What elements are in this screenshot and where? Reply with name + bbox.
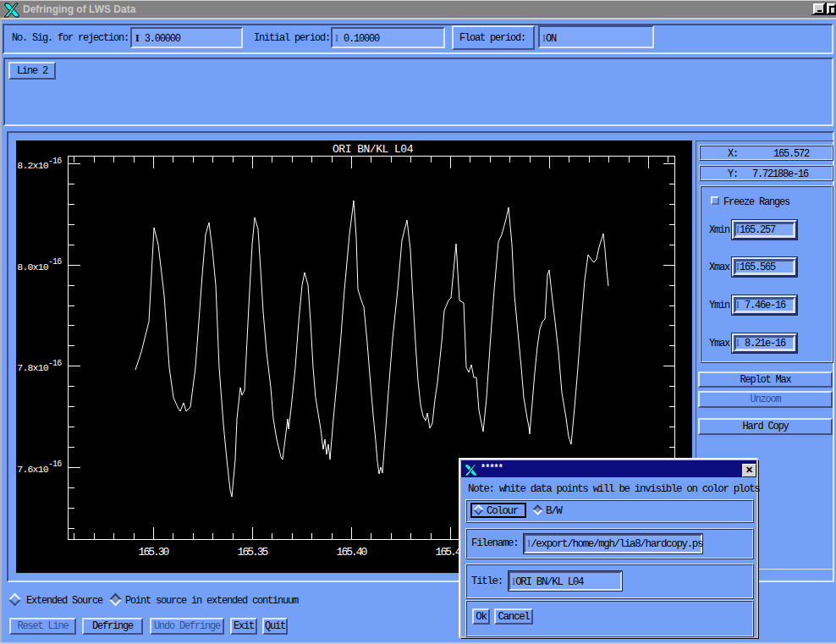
svg-text:7.6x10-16: 7.6x10-16 bbox=[17, 460, 62, 475]
svg-text:165.30: 165.30 bbox=[139, 546, 169, 559]
svg-text:ORI BN/KL L04: ORI BN/KL L04 bbox=[333, 143, 414, 156]
svg-text:8.0x10-16: 8.0x10-16 bbox=[17, 257, 62, 272]
svg-text:7.8x10-16: 7.8x10-16 bbox=[17, 359, 62, 374]
svg-text:165.35: 165.35 bbox=[238, 546, 268, 559]
svg-text:165.40: 165.40 bbox=[337, 546, 367, 559]
svg-text:8.2x10-16: 8.2x10-16 bbox=[17, 157, 62, 172]
